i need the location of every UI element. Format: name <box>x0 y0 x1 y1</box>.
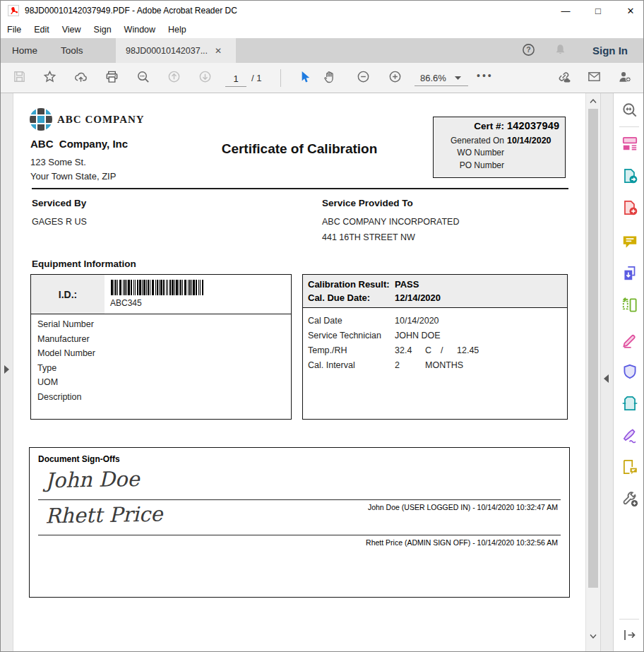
home-tab[interactable]: Home <box>12 38 37 63</box>
combine-files-button[interactable] <box>618 263 641 286</box>
close-button[interactable]: ✕ <box>616 1 644 20</box>
collapse-right-panel-button[interactable] <box>604 374 609 383</box>
comment-button[interactable] <box>618 231 641 254</box>
star-icon <box>42 69 57 87</box>
menu-item-file[interactable]: File <box>1 25 28 35</box>
equipment-field-manufacturer: Manufacturer <box>37 334 291 349</box>
sign-in-button[interactable]: Sign In <box>592 38 628 63</box>
company-logo-globe <box>29 107 53 134</box>
more-tools-ellipsis-button[interactable]: ••• <box>477 70 494 81</box>
search-button[interactable] <box>130 66 155 90</box>
search-tools-icon <box>621 101 639 122</box>
customize-panels-button[interactable] <box>618 133 641 156</box>
minimize-button[interactable]: — <box>551 1 580 20</box>
edit-pdf-button[interactable] <box>618 329 641 352</box>
help-button[interactable]: ? <box>521 38 536 63</box>
equipment-box: I.D.: ABC345 Serial Number Manufacturer … <box>30 274 292 420</box>
expand-tools-panel-button[interactable] <box>618 624 641 648</box>
maximize-button[interactable]: □ <box>584 1 612 20</box>
request-signatures-button[interactable] <box>618 456 641 480</box>
printer-icon <box>105 69 119 87</box>
company-address-line2: Your Town State, ZIP <box>30 171 116 182</box>
notifications-button[interactable] <box>553 38 568 63</box>
serviced-by-heading: Serviced By <box>32 198 86 208</box>
menu-item-window[interactable]: Window <box>118 25 162 35</box>
header-divider-rule <box>32 188 568 189</box>
hand-tool-button[interactable] <box>316 66 342 90</box>
share-document-button[interactable] <box>68 66 93 90</box>
menubar: File Edit View Sign Window Help <box>1 20 644 38</box>
cal-interval-value: 2 <box>395 360 400 370</box>
organize-pages-button[interactable] <box>618 295 641 318</box>
page-total-label: / 1 <box>251 73 261 83</box>
temp-rh-separator: / <box>441 345 443 355</box>
search-tools-button[interactable] <box>618 100 641 123</box>
vertical-scrollbar[interactable] <box>585 93 600 652</box>
export-pdf-button[interactable] <box>618 165 641 189</box>
equipment-field-uom: UOM <box>37 377 291 392</box>
compress-pdf-button[interactable] <box>618 393 641 416</box>
organize-pages-icon <box>621 296 639 317</box>
equipment-information-heading: Equipment Information <box>32 259 136 269</box>
link-share-icon <box>556 69 571 87</box>
tools-tab[interactable]: Tools <box>61 38 83 63</box>
menu-item-sign[interactable]: Sign <box>88 25 118 35</box>
get-link-button[interactable] <box>551 66 576 90</box>
menu-item-edit[interactable]: Edit <box>28 25 56 35</box>
share-people-icon <box>617 69 632 87</box>
signature-line <box>38 499 561 500</box>
create-pdf-button[interactable] <box>618 197 641 220</box>
scrollbar-thumb[interactable] <box>588 109 598 588</box>
service-provided-to-line2: 441 16TH STREET NW <box>322 232 415 242</box>
previous-page-button[interactable] <box>161 66 186 90</box>
customize-panels-icon <box>621 134 639 155</box>
temp-value: 32.4 <box>395 345 412 355</box>
wrench-plus-icon <box>621 490 639 511</box>
email-button[interactable] <box>581 66 607 90</box>
save-button[interactable] <box>6 66 32 90</box>
page-number-input[interactable] <box>225 71 246 87</box>
pdf-page: ABC COMPANY ABC Company, Inc 123 Some St… <box>13 93 585 652</box>
create-pdf-icon <box>621 198 639 220</box>
zoom-level-dropdown[interactable]: 86.6% <box>415 71 468 86</box>
select-tool-button[interactable] <box>292 66 317 90</box>
protect-button[interactable] <box>618 361 641 384</box>
favorites-button[interactable] <box>37 66 62 90</box>
scroll-down-button[interactable] <box>586 630 600 642</box>
calibration-result-label: Calibration Result: <box>308 279 390 290</box>
menu-item-view[interactable]: View <box>56 25 88 35</box>
more-tools-button[interactable] <box>618 488 641 511</box>
document-tab[interactable]: 98JD00010142037... ✕ <box>116 38 236 63</box>
cert-number-value: 142037949 <box>507 120 559 133</box>
chevron-up-icon <box>590 99 597 103</box>
expand-left-panel-button[interactable] <box>4 365 9 374</box>
scroll-up-button[interactable] <box>586 95 600 107</box>
document-tab-label: 98JD00010142037... <box>126 46 208 56</box>
signature-john-doe: John Doe <box>45 467 140 492</box>
cal-interval-label: Cal. Interval <box>308 360 355 370</box>
zoom-in-button[interactable] <box>382 66 407 90</box>
next-page-button[interactable] <box>192 66 217 90</box>
equipment-field-type: Type <box>37 363 291 378</box>
signature-caption-john-doe: John Doe (USER LOGGED IN) - 10/14/2020 1… <box>368 503 558 511</box>
document-signoffs-box: Document Sign-Offs John Doe John Doe (US… <box>29 447 570 598</box>
rh-value: 12.45 <box>457 345 479 355</box>
menu-item-help[interactable]: Help <box>162 25 193 35</box>
right-panel-strip <box>600 93 613 652</box>
company-address-line1: 123 Some St. <box>30 157 86 167</box>
cal-due-date-label: Cal. Due Date: <box>308 292 370 303</box>
cal-date-label: Cal Date <box>308 316 342 326</box>
cert-number-box: Cert #:142037949 Generated On10/14/2020 … <box>433 117 566 178</box>
question-circle-icon: ? <box>521 42 536 59</box>
equipment-id-value: ABC345 <box>110 298 142 308</box>
combine-files-icon <box>621 264 639 285</box>
tools-sidebar <box>613 93 644 652</box>
toolbar-divider <box>280 69 281 87</box>
fill-sign-button[interactable] <box>618 425 641 448</box>
share-with-people-button[interactable] <box>612 66 637 90</box>
close-tab-icon[interactable]: ✕ <box>215 46 222 56</box>
signature-line <box>38 535 561 535</box>
previous-page-icon <box>167 69 181 87</box>
print-button[interactable] <box>99 66 124 90</box>
zoom-out-button[interactable] <box>350 66 376 90</box>
